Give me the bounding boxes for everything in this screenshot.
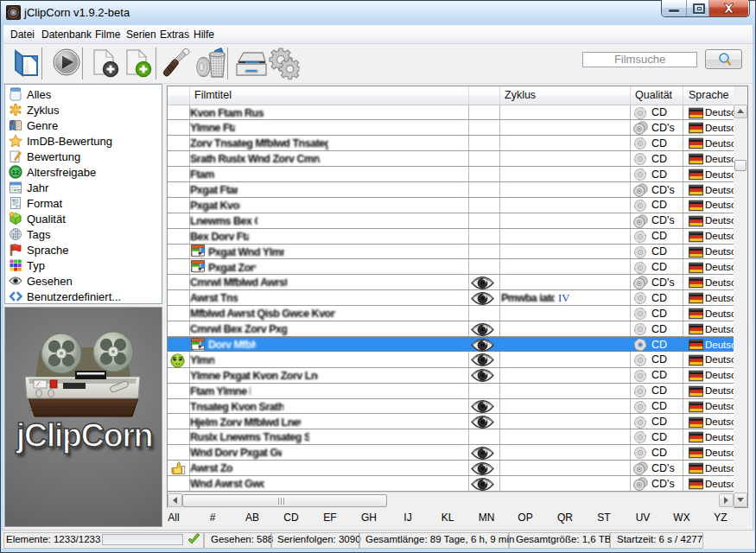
svg-text:12: 12 [12, 168, 19, 176]
